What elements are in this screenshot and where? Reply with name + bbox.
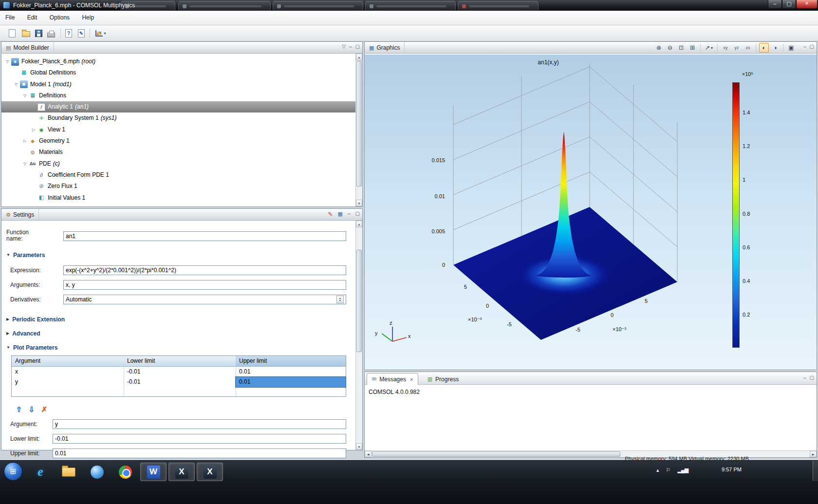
scroll-left-arrow[interactable]: ◀ — [365, 451, 372, 457]
action-center-icon[interactable]: ⚐ — [666, 467, 671, 473]
zoom-extents-button[interactable]: ⊞ — [688, 43, 697, 53]
select-spinner-icon[interactable]: ▲▼ — [336, 296, 344, 303]
tree-item-root[interactable]: ▽◈Fokker_Planck_6.mph(root) — [1, 56, 355, 67]
move-down-button[interactable]: ⇩ — [27, 405, 37, 414]
plot-table-cell-upper-limit[interactable]: 0.01 — [236, 377, 346, 387]
minimize-panel-button[interactable]: ‒ — [803, 375, 806, 380]
new-file-button[interactable] — [6, 27, 19, 39]
taskbar-clock[interactable]: 9:57 PM — [722, 467, 742, 472]
tree-item-initial-values-1[interactable]: ◧Initial Values 1 — [1, 192, 355, 204]
delete-row-button[interactable]: ✗ — [39, 405, 49, 414]
tree-item-pde[interactable]: ▽ΔuPDE(c) — [1, 158, 355, 169]
plot-table-cell-argument[interactable]: x — [12, 367, 124, 377]
plot-table-cell-lower-limit[interactable]: -0.01 — [124, 367, 236, 377]
plot-canvas[interactable]: an1(x,y) ×10⁵ 1.41.210.80.60.40.2 0.0150… — [365, 55, 817, 370]
table-header-upper-limit[interactable]: Upper limit — [236, 356, 346, 367]
tree-collapsed-icon[interactable]: ▷ — [21, 135, 29, 147]
tree-item-boundary-system-1[interactable]: ✛Boundary System 1(sys1) — [1, 112, 355, 124]
scroll-up-arrow[interactable]: ▲ — [356, 221, 362, 227]
maximize-panel-button[interactable]: ▢ — [810, 44, 814, 49]
scroll-down-arrow[interactable]: ▼ — [356, 200, 362, 206]
plot-options-dropdown[interactable]: ▾ — [93, 27, 109, 39]
snapshot-button[interactable]: ▣ — [786, 43, 796, 53]
minimize-panel-button[interactable]: ‒ — [348, 211, 351, 218]
network-icon[interactable]: ▂▄▆ — [677, 467, 688, 473]
maximize-panel-button[interactable]: ▢ — [355, 44, 360, 49]
tab-progress[interactable]: ▥ Progress — [422, 373, 464, 385]
documentation-button[interactable]: ✎ — [75, 27, 88, 39]
scroll-right-arrow[interactable]: ▶ — [810, 451, 817, 457]
minimize-panel-button[interactable]: ‒ — [349, 44, 352, 49]
maximize-panel-button[interactable]: ▢ — [810, 375, 814, 380]
plot-table-cell-lower-limit[interactable]: -0.01 — [124, 377, 236, 387]
tree-item-zero-flux-1[interactable]: ⊘Zero Flux 1 — [1, 181, 355, 192]
table-header-lower-limit[interactable]: Lower limit — [124, 356, 236, 367]
taskbar-app-word[interactable]: W — [140, 463, 167, 481]
expression-input[interactable] — [63, 265, 346, 275]
tree-item-coefficient-form-pde-1[interactable]: ∂Coefficient Form PDE 1 — [1, 169, 355, 181]
tree-item-analytic-1[interactable]: ƒAnalytic 1(an1) — [1, 101, 355, 112]
taskbar-app-folder-explorer[interactable] — [56, 463, 82, 481]
menu-help[interactable]: Help — [76, 11, 99, 25]
tree-expanded-icon[interactable]: ▽ — [21, 90, 29, 101]
window-maximize-button[interactable]: ▢ — [782, 0, 796, 9]
scene-light-button[interactable]: ◐ — [759, 43, 769, 53]
tree-item-view-1[interactable]: ▷◉View 1 — [1, 124, 355, 135]
window-close-button[interactable]: × — [796, 0, 818, 9]
plot-table-cell-upper-limit[interactable]: 0.01 — [236, 367, 346, 377]
menu-options[interactable]: Options — [44, 11, 75, 25]
start-button[interactable]: ⊞ — [4, 462, 22, 481]
view-zx-button[interactable]: zx — [743, 43, 753, 53]
plot-table-cell-argument[interactable]: y — [12, 377, 124, 387]
print-button[interactable] — [45, 27, 57, 39]
save-button[interactable] — [32, 27, 45, 39]
section-plot-parameters[interactable]: ▼ Plot Parameters — [6, 343, 57, 352]
tree-expanded-icon[interactable]: ▽ — [12, 79, 20, 90]
view-menu-button[interactable]: ▽ — [342, 44, 346, 49]
create-plot-button[interactable]: ▦ — [338, 211, 343, 218]
section-advanced[interactable]: ▶ Advanced — [6, 329, 40, 337]
scroll-up-arrow[interactable]: ▲ — [356, 54, 362, 60]
taskbar-app-x-app-2[interactable]: X — [197, 463, 223, 481]
tree-item-materials[interactable]: ◍Materials — [1, 147, 355, 158]
default-view-button[interactable]: ↗▾ — [704, 43, 714, 53]
taskbar-app-internet-explorer[interactable]: e — [27, 463, 54, 481]
tree-collapsed-icon[interactable]: ▷ — [30, 124, 37, 135]
plot-function-button[interactable]: ✎ — [328, 211, 333, 218]
move-up-button[interactable]: ⇧ — [14, 405, 24, 414]
zoom-box-button[interactable]: ⊡ — [676, 43, 686, 53]
tree-expanded-icon[interactable]: ▽ — [3, 56, 11, 67]
model-builder-scrollbar[interactable]: ▲ ▼ — [355, 54, 362, 206]
tree-item-model-1[interactable]: ▽▣Model 1(mod1) — [1, 79, 355, 90]
view-yz-button[interactable]: yz — [732, 43, 742, 53]
zoom-in-button[interactable]: ⊕ — [654, 43, 664, 53]
minimize-panel-button[interactable]: ‒ — [803, 44, 806, 49]
close-messages-tab-button[interactable]: × — [410, 376, 413, 382]
zoom-out-button[interactable]: ⊖ — [665, 43, 675, 53]
tray-expand-button[interactable]: ▴ — [656, 467, 659, 473]
menu-edit[interactable]: Edit — [22, 11, 43, 25]
help-button[interactable]: ? — [62, 27, 75, 39]
scroll-down-arrow[interactable]: ▼ — [356, 443, 362, 450]
derivatives-select[interactable]: Automatic ▲▼ — [63, 295, 346, 304]
tree-item-geometry-1[interactable]: ▷◆Geometry 1 — [1, 135, 355, 147]
function-name-input[interactable] — [63, 231, 346, 241]
transparency-button[interactable]: ◑ — [770, 43, 780, 53]
menu-file[interactable]: File — [0, 11, 20, 25]
show-desktop-button[interactable] — [813, 461, 818, 481]
arguments-input[interactable] — [63, 280, 346, 290]
lower-limit-input[interactable] — [53, 434, 346, 444]
argument-input[interactable] — [53, 419, 346, 429]
taskbar-app-x-app-1[interactable]: X — [168, 463, 195, 481]
scroll-thumb[interactable] — [356, 61, 362, 187]
maximize-panel-button[interactable]: ▢ — [355, 211, 360, 218]
taskbar-app-chrome[interactable] — [112, 463, 138, 481]
upper-limit-input[interactable] — [53, 448, 346, 458]
tree-item-definitions[interactable]: ▽≣Definitions — [1, 90, 355, 101]
view-xy-button[interactable]: xy — [721, 43, 730, 53]
table-header-argument[interactable]: Argument — [12, 356, 124, 367]
open-file-button[interactable] — [19, 27, 32, 39]
window-minimize-button[interactable]: ‒ — [768, 0, 782, 9]
model-builder-tab[interactable]: ▤ Model Builder — [1, 42, 54, 54]
section-periodic-extension[interactable]: ▶ Periodic Extension — [6, 315, 65, 323]
